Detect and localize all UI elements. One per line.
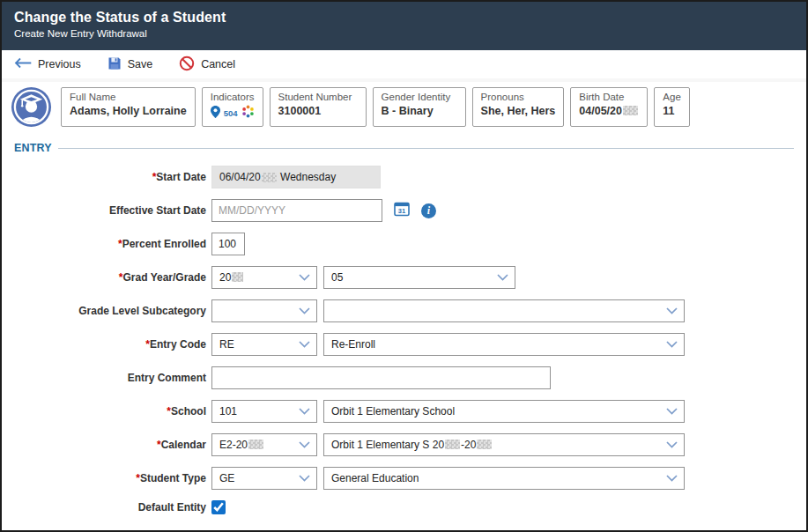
chevron-down-icon: [666, 472, 678, 484]
chevron-down-icon: [666, 405, 678, 417]
grade-level-subcategory-code-dropdown[interactable]: [211, 299, 317, 322]
section-rule: [58, 148, 794, 149]
row-calendar: *Calendar E2-20 Orbit 1 Elementary S 20-…: [14, 433, 794, 456]
chevron-down-icon: [666, 338, 678, 351]
chevron-down-icon: [299, 472, 310, 484]
student-avatar-icon: [11, 86, 52, 128]
chevron-down-icon: [299, 271, 310, 284]
row-percent-enrolled: *Percent Enrolled: [14, 233, 794, 255]
default-entity-label: Default Entity: [14, 501, 206, 514]
chevron-down-icon: [666, 305, 678, 317]
row-default-entity: Default Entity: [14, 500, 794, 514]
indicator-dots-icon[interactable]: [241, 105, 255, 122]
indicators-label: Indicators: [211, 92, 255, 102]
student-info-bar: Full Name Adams, Holly Lorraine Indicato…: [2, 82, 806, 133]
cancel-button[interactable]: Cancel: [179, 55, 235, 74]
badge-504[interactable]: 504: [224, 108, 238, 118]
entry-code-label: *Entry Code: [14, 338, 206, 351]
row-entry-comment: Entry Comment: [14, 366, 794, 389]
effective-start-date-input[interactable]: [211, 199, 382, 222]
chevron-down-icon: [497, 271, 508, 284]
previous-label: Previous: [38, 58, 81, 70]
row-entry-code: *Entry Code RE Re-Enroll: [14, 333, 794, 356]
info-icon[interactable]: i: [421, 203, 436, 218]
previous-button[interactable]: Previous: [14, 57, 81, 71]
start-date-field: 06/04/20 Wednesday: [211, 166, 381, 188]
student-number-value: 3100001: [278, 105, 358, 117]
row-grad-year-grade: *Grad Year/Grade 20 05: [14, 266, 794, 289]
student-number-label: Student Number: [278, 92, 358, 102]
entry-section: ENTRY *Start Date 06/04/20 Wednesday Eff…: [2, 133, 806, 514]
full-name-value: Adams, Holly Lorraine: [70, 105, 187, 117]
default-entity-checkbox[interactable]: [211, 500, 226, 514]
school-name-dropdown[interactable]: Orbit 1 Elementary School: [323, 400, 685, 423]
student-type-label: *Student Type: [14, 472, 206, 484]
age-value: 11: [663, 105, 680, 117]
cancel-label: Cancel: [201, 58, 235, 70]
entry-code-dropdown[interactable]: RE: [211, 333, 317, 356]
card-gender-identity: Gender Identity B - Binary: [373, 87, 466, 127]
birth-date-label: Birth Date: [579, 92, 639, 102]
student-type-code-dropdown[interactable]: GE: [211, 467, 317, 490]
entry-comment-input[interactable]: [211, 366, 551, 389]
row-start-date: *Start Date 06/04/20 Wednesday: [14, 166, 794, 188]
student-type-description-dropdown[interactable]: General Education: [323, 467, 685, 490]
page-subtitle: Create New Entry Withdrawal: [14, 28, 794, 39]
entry-comment-label: Entry Comment: [14, 372, 206, 384]
start-date-label: *Start Date: [14, 171, 206, 183]
effective-start-date-label: Effective Start Date: [14, 204, 206, 217]
card-indicators: Indicators 504: [202, 87, 263, 127]
grade-dropdown[interactable]: 05: [323, 266, 515, 289]
svg-text:31: 31: [398, 207, 405, 215]
card-full-name: Full Name Adams, Holly Lorraine: [61, 87, 196, 127]
full-name-label: Full Name: [70, 92, 187, 102]
grade-level-subcategory-label: Grade Level Subcategory: [14, 305, 206, 317]
redacted-text: [232, 272, 243, 282]
grade-level-subcategory-description-dropdown[interactable]: [323, 299, 685, 322]
redacted-text: [445, 440, 460, 449]
entry-form: *Start Date 06/04/20 Wednesday Effective…: [14, 166, 794, 514]
save-floppy-icon: [107, 56, 122, 73]
row-student-type: *Student Type GE General Education: [14, 467, 794, 490]
age-label: Age: [663, 92, 680, 102]
pronouns-value: She, Her, Hers: [481, 105, 556, 117]
save-label: Save: [128, 58, 153, 70]
percent-enrolled-label: *Percent Enrolled: [14, 238, 206, 250]
row-effective-start-date: Effective Start Date 31 i: [14, 199, 794, 222]
card-student-number: Student Number 3100001: [270, 87, 367, 127]
redacted-text: [623, 106, 638, 115]
birth-date-value: 04/05/20: [579, 105, 639, 117]
entry-code-description-dropdown[interactable]: Re-Enroll: [323, 333, 685, 356]
chevron-down-icon: [299, 305, 310, 317]
redacted-text: [477, 440, 492, 449]
chevron-down-icon: [299, 405, 310, 417]
back-arrow-icon: [14, 57, 32, 71]
cancel-prohibition-icon: [179, 55, 195, 74]
gender-identity-value: B - Binary: [382, 105, 457, 117]
pronouns-label: Pronouns: [481, 92, 556, 102]
page-header: Change the Status of a Student Create Ne…: [2, 2, 806, 50]
card-age: Age 11: [654, 87, 689, 127]
row-school: *School 101 Orbit 1 Elementary School: [14, 400, 794, 423]
grad-year-dropdown[interactable]: 20: [211, 266, 317, 289]
calendar-code-dropdown[interactable]: E2-20: [211, 433, 317, 456]
school-label: *School: [14, 405, 206, 417]
calendar-name-dropdown[interactable]: Orbit 1 Elementary S 20-20: [323, 433, 685, 456]
calendar-label: *Calendar: [14, 439, 206, 451]
redacted-text: [262, 173, 277, 182]
section-title: ENTRY: [14, 142, 52, 154]
save-button[interactable]: Save: [107, 56, 153, 73]
page-title: Change the Status of a Student: [14, 10, 794, 26]
card-pronouns: Pronouns She, Her, Hers: [472, 87, 565, 127]
calendar-icon[interactable]: 31: [394, 202, 410, 220]
chevron-down-icon: [299, 439, 310, 451]
school-code-dropdown[interactable]: 101: [211, 400, 317, 423]
toolbar: Previous Save Cancel: [2, 50, 806, 82]
row-grade-level-subcategory: Grade Level Subcategory: [14, 299, 794, 322]
chevron-down-icon: [666, 439, 678, 451]
chevron-down-icon: [299, 338, 310, 351]
percent-enrolled-input[interactable]: [211, 233, 245, 255]
card-birth-date: Birth Date 04/05/20: [570, 87, 648, 127]
gender-identity-label: Gender Identity: [382, 92, 457, 102]
location-pin-icon[interactable]: [211, 106, 220, 122]
